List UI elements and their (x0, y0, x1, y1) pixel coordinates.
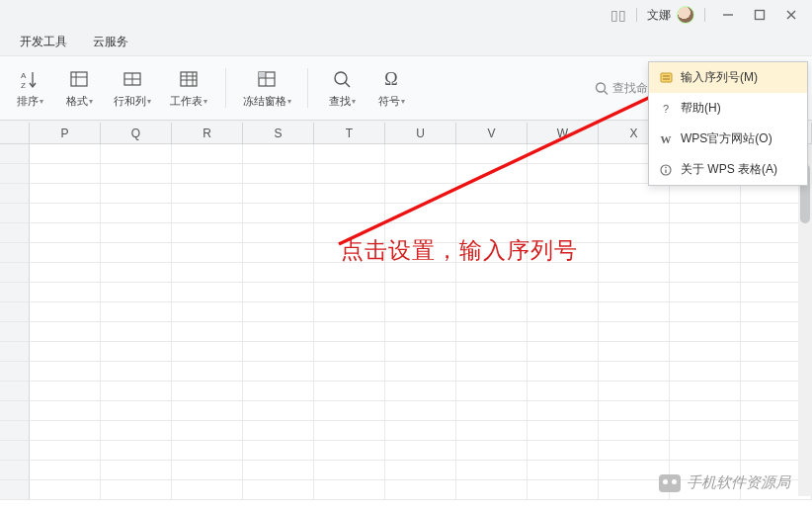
cell[interactable] (456, 362, 528, 381)
cell[interactable] (670, 204, 741, 222)
sort-button[interactable]: AZ 排序▾ (8, 60, 51, 116)
cell[interactable] (30, 204, 101, 222)
cell[interactable] (172, 362, 243, 381)
cell[interactable] (172, 480, 243, 499)
cell[interactable] (101, 302, 172, 321)
cell[interactable] (599, 362, 670, 381)
cell[interactable] (385, 322, 456, 341)
cell[interactable] (30, 144, 101, 163)
cell[interactable] (528, 362, 599, 381)
cell[interactable] (172, 144, 243, 163)
cell[interactable] (314, 362, 385, 381)
cell[interactable] (101, 204, 172, 222)
cell[interactable] (101, 223, 172, 242)
cell[interactable] (385, 302, 456, 321)
cell[interactable] (456, 204, 528, 222)
cell[interactable] (670, 302, 741, 321)
column-header[interactable]: U (385, 123, 456, 143)
cell[interactable] (243, 382, 314, 400)
cell[interactable] (385, 382, 456, 400)
cell[interactable] (314, 401, 385, 420)
column-header[interactable]: T (314, 123, 385, 143)
menu-item-about[interactable]: 关于 WPS 表格(A) (649, 154, 807, 185)
cell[interactable] (243, 204, 314, 222)
cell[interactable] (314, 184, 385, 203)
cell[interactable] (30, 164, 101, 183)
cell[interactable] (385, 283, 456, 301)
cell[interactable] (101, 421, 172, 440)
menu-item-help[interactable]: ? 帮助(H) (649, 93, 807, 124)
cell[interactable] (314, 283, 385, 301)
column-header[interactable]: R (172, 123, 243, 143)
cell[interactable] (101, 461, 172, 479)
cell[interactable] (528, 164, 599, 183)
cell[interactable] (528, 382, 599, 400)
cell[interactable] (599, 441, 670, 460)
cell[interactable] (385, 441, 456, 460)
symbol-button[interactable]: Ω 符号▾ (369, 60, 413, 116)
minimize-button[interactable] (715, 5, 741, 25)
cell[interactable] (172, 223, 243, 242)
cell[interactable] (101, 144, 172, 163)
cell[interactable] (314, 441, 385, 460)
cell[interactable] (314, 461, 385, 479)
cell[interactable] (30, 243, 101, 262)
cell[interactable] (670, 243, 741, 262)
cell[interactable] (172, 204, 243, 222)
cell[interactable] (172, 243, 243, 262)
cell[interactable] (528, 480, 599, 499)
cell[interactable] (30, 223, 101, 242)
cell[interactable] (528, 441, 599, 460)
cell[interactable] (670, 342, 741, 361)
cell[interactable] (101, 283, 172, 301)
cell[interactable] (599, 283, 670, 301)
cell[interactable] (670, 401, 741, 420)
cell[interactable] (385, 144, 456, 163)
cell[interactable] (599, 421, 670, 440)
column-header[interactable]: V (456, 123, 528, 143)
cell[interactable] (243, 480, 314, 499)
cell[interactable] (30, 382, 101, 400)
maximize-button[interactable] (747, 5, 772, 25)
cell[interactable] (385, 480, 456, 499)
format-button[interactable]: 格式▾ (57, 60, 101, 116)
cell[interactable] (670, 283, 741, 301)
cell[interactable] (172, 421, 243, 440)
cell[interactable] (243, 362, 314, 381)
cell[interactable] (314, 382, 385, 400)
cell[interactable] (101, 480, 172, 499)
cell[interactable] (528, 302, 599, 321)
cell[interactable] (670, 322, 741, 341)
cell[interactable] (385, 204, 456, 222)
column-header[interactable]: P (30, 123, 101, 143)
cell[interactable] (528, 322, 599, 341)
cell[interactable] (243, 263, 314, 282)
cell[interactable] (243, 302, 314, 321)
cell[interactable] (243, 441, 314, 460)
cell[interactable] (456, 480, 528, 499)
cell[interactable] (243, 184, 314, 203)
column-header[interactable]: Q (101, 123, 172, 143)
cell[interactable] (670, 263, 741, 282)
cell[interactable] (528, 204, 599, 222)
cell[interactable] (101, 342, 172, 361)
cell[interactable] (30, 401, 101, 420)
cell[interactable] (243, 243, 314, 262)
cell[interactable] (385, 461, 456, 479)
cell[interactable] (456, 322, 528, 341)
cell[interactable] (101, 401, 172, 420)
column-header[interactable]: S (243, 123, 314, 143)
cell[interactable] (243, 322, 314, 341)
cell[interactable] (243, 401, 314, 420)
cell[interactable] (670, 441, 741, 460)
cell-grid[interactable] (0, 144, 812, 500)
cell[interactable] (599, 342, 670, 361)
menu-item-serial[interactable]: 输入序列号(M) (649, 62, 807, 93)
close-button[interactable] (778, 5, 804, 25)
cell[interactable] (670, 223, 741, 242)
cell[interactable] (456, 302, 528, 321)
cell[interactable] (599, 243, 670, 262)
cell[interactable] (670, 184, 741, 203)
cell[interactable] (101, 164, 172, 183)
freeze-button[interactable]: 冻结窗格▾ (238, 60, 295, 116)
